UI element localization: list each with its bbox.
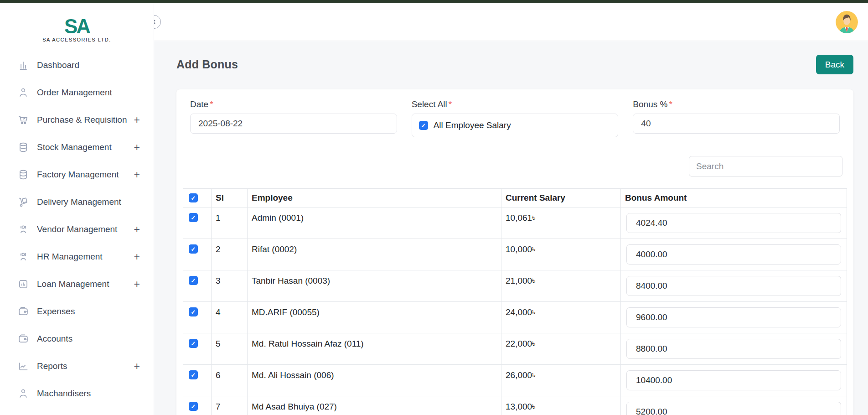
- bonus-amount-input[interactable]: [626, 276, 841, 296]
- sl-cell: 4: [212, 302, 248, 333]
- back-button[interactable]: Back: [816, 55, 853, 74]
- sidebar-item-label: Factory Management: [37, 170, 134, 180]
- sidebar-item-reports[interactable]: Reports+: [0, 353, 154, 380]
- row-select-checkbox[interactable]: ✓: [189, 213, 198, 222]
- bonus-amount-input[interactable]: [626, 339, 841, 359]
- sidebar-item-label: Order Management: [37, 88, 140, 98]
- page-content: Add Bonus Back Date* Select All*: [154, 41, 868, 415]
- bonus-percent-field-group: Bonus %*: [633, 99, 840, 137]
- bonus-amount-cell: [621, 302, 847, 333]
- sidebar-item-hr-management[interactable]: HR Management+: [0, 243, 154, 270]
- bonus-percent-label: Bonus %*: [633, 99, 840, 109]
- sidebar-item-loan-management[interactable]: Loan Management+: [0, 270, 154, 298]
- search-input[interactable]: [689, 156, 842, 176]
- sidebar-item-factory-management[interactable]: Factory Management+: [0, 161, 154, 188]
- sidebar-item-label: Accounts: [37, 334, 140, 344]
- user-avatar[interactable]: [836, 11, 858, 33]
- all-employee-salary-label: All Employee Salary: [434, 120, 511, 130]
- sidebar-item-expenses[interactable]: Expenses: [0, 298, 154, 325]
- employee-cell: Rifat (0002): [248, 239, 501, 270]
- sidebar-item-stock-management[interactable]: Stock Management+: [0, 134, 154, 161]
- wallet-icon: [17, 306, 29, 317]
- plus-expand-icon[interactable]: +: [134, 279, 140, 290]
- select-all-box: ✓ All Employee Salary: [412, 114, 619, 137]
- sl-header: Sl: [212, 189, 248, 208]
- bonus-amount-input[interactable]: [626, 402, 841, 415]
- bonus-amount-header: Bonus Amount: [621, 189, 847, 208]
- bonus-amount-cell: [621, 208, 847, 239]
- add-bonus-card: Date* Select All* ✓ All Employee Salary: [176, 89, 853, 415]
- company-logo-icon: SA: [64, 17, 89, 36]
- wallet-icon: [17, 333, 29, 345]
- shopping-cart-icon: [17, 114, 29, 126]
- sidebar-item-accounts[interactable]: Accounts: [0, 325, 154, 353]
- row-select-checkbox[interactable]: ✓: [189, 307, 198, 316]
- row-checkbox-cell: ✓: [183, 333, 212, 365]
- bonus-amount-input[interactable]: [626, 370, 841, 390]
- bonus-percent-input[interactable]: [633, 114, 840, 134]
- row-select-checkbox[interactable]: ✓: [189, 339, 198, 348]
- sidebar-item-label: Dashboard: [37, 60, 140, 70]
- sidebar-item-label: HR Management: [37, 252, 134, 262]
- employee-cell: Md. Ratul Hossain Afaz (011): [248, 333, 501, 365]
- company-name: SA ACCESSORIES LTD.: [42, 37, 111, 42]
- row-select-checkbox[interactable]: ✓: [189, 276, 198, 285]
- row-select-checkbox[interactable]: ✓: [189, 244, 198, 254]
- row-select-checkbox[interactable]: ✓: [189, 370, 198, 379]
- sidebar-item-label: Purchase & Requisition: [37, 115, 134, 125]
- sidebar-item-machandisers[interactable]: Machandisers: [0, 380, 154, 407]
- current-salary-cell: 22,000৳: [501, 333, 621, 365]
- all-employee-salary-checkbox[interactable]: ✓: [419, 121, 428, 130]
- user-icon: [17, 388, 29, 399]
- table-row: ✓1Admin (0001)10,061৳: [183, 208, 847, 239]
- table-row: ✓6Md. Ali Hossain (006)26,000৳: [183, 365, 847, 396]
- sidebar-item-label: Stock Management: [37, 142, 134, 152]
- sidebar-item-label: Machandisers: [37, 389, 140, 399]
- plus-expand-icon[interactable]: +: [134, 252, 140, 262]
- current-salary-cell: 10,061৳: [501, 208, 621, 239]
- select-all-label: Select All*: [412, 99, 619, 109]
- bonus-amount-input[interactable]: [626, 307, 841, 327]
- required-marker: *: [210, 99, 213, 109]
- bonus-amount-input[interactable]: [626, 244, 841, 265]
- sl-cell: 2: [212, 239, 248, 270]
- sidebar: SA SA ACCESSORIES LTD. DashboardOrder Ma…: [0, 3, 154, 415]
- row-checkbox-cell: ✓: [183, 365, 212, 396]
- bonus-amount-cell: [621, 396, 847, 415]
- employee-header: Employee: [248, 189, 501, 208]
- date-field-group: Date*: [190, 99, 397, 137]
- date-input[interactable]: [190, 114, 397, 134]
- row-checkbox-cell: ✓: [183, 208, 212, 239]
- current-salary-cell: 26,000৳: [501, 365, 621, 396]
- plus-expand-icon[interactable]: +: [134, 115, 140, 125]
- sidebar-item-delivery-management[interactable]: Delivery Management: [0, 188, 154, 216]
- row-checkbox-cell: ✓: [183, 302, 212, 333]
- select-all-rows-checkbox[interactable]: ✓: [189, 193, 198, 202]
- employee-bonus-table: ✓ Sl Employee Current Salary Bonus Amoun…: [183, 188, 847, 415]
- sidebar-item-purchase-requisition[interactable]: Purchase & Requisition+: [0, 106, 154, 134]
- table-header-row: ✓ Sl Employee Current Salary Bonus Amoun…: [183, 189, 847, 208]
- sidebar-item-vendor-management[interactable]: Vendor Management+: [0, 216, 154, 243]
- employee-bonus-table-wrap: ✓ Sl Employee Current Salary Bonus Amoun…: [183, 188, 847, 415]
- bonus-amount-cell: [621, 333, 847, 365]
- row-checkbox-cell: ✓: [183, 396, 212, 415]
- plus-expand-icon[interactable]: +: [134, 361, 140, 372]
- sidebar-nav: DashboardOrder ManagementPurchase & Requ…: [0, 52, 154, 407]
- row-checkbox-cell: ✓: [183, 270, 212, 302]
- employee-cell: Md. Ali Hossain (006): [248, 365, 501, 396]
- employee-cell: Tanbir Hasan (0003): [248, 270, 501, 302]
- header-checkbox-cell: ✓: [183, 189, 212, 208]
- row-select-checkbox[interactable]: ✓: [189, 402, 198, 411]
- plus-expand-icon[interactable]: +: [134, 224, 140, 235]
- company-logo[interactable]: SA SA ACCESSORIES LTD.: [0, 3, 154, 52]
- table-row: ✓2Rifat (0002)10,000৳: [183, 239, 847, 270]
- table-row: ✓7Md Asad Bhuiya (027)13,000৳: [183, 396, 847, 415]
- date-label: Date*: [190, 99, 397, 109]
- sidebar-item-dashboard[interactable]: Dashboard: [0, 52, 154, 79]
- database-icon: [17, 169, 29, 181]
- person-avatar-icon: [836, 11, 858, 33]
- sidebar-item-order-management[interactable]: Order Management: [0, 79, 154, 106]
- bonus-amount-input[interactable]: [626, 213, 841, 233]
- plus-expand-icon[interactable]: +: [134, 142, 140, 153]
- plus-expand-icon[interactable]: +: [134, 170, 140, 180]
